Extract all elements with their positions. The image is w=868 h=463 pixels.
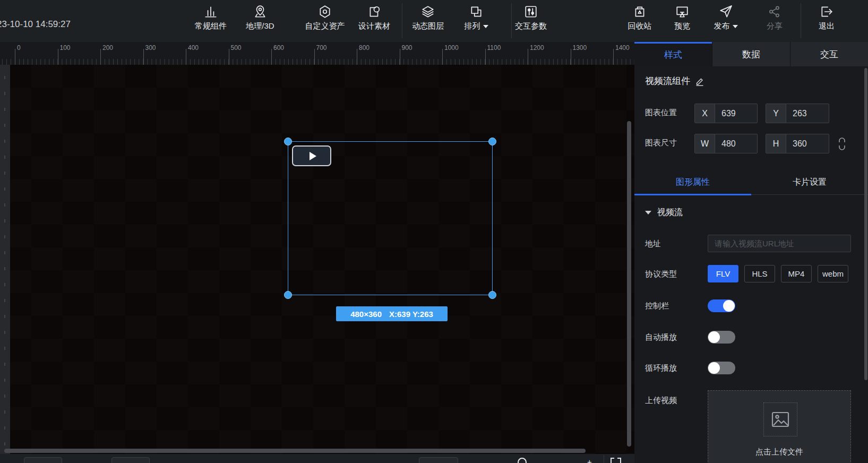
upload-hint-text: 点击上传文件 bbox=[708, 447, 850, 457]
toolbar-divider bbox=[801, 3, 801, 38]
ruler-major-tick bbox=[58, 49, 58, 65]
rename-pencil-icon[interactable] bbox=[695, 76, 704, 86]
toolbar-item-sliders[interactable]: 交互参数 bbox=[505, 4, 556, 37]
top-toolbar: 23-10-10 14:59:27 常规组件地理/3D自定义资产设计素材动态图层… bbox=[0, 0, 868, 42]
ruler-tick-label: 500 bbox=[231, 44, 242, 52]
size-h-input-group: H 360 bbox=[766, 134, 829, 153]
toggle-switch-control-bar[interactable] bbox=[708, 299, 735, 312]
size-w-input-group: W 480 bbox=[694, 134, 758, 153]
ruler-major-tick bbox=[186, 49, 186, 65]
sliders-icon bbox=[523, 4, 538, 19]
panel-tab-interaction[interactable]: 交互 bbox=[790, 42, 868, 66]
h-value-input[interactable]: 360 bbox=[786, 134, 829, 153]
bottom-bar-button[interactable] bbox=[111, 457, 150, 463]
bottom-bar-divider bbox=[604, 455, 604, 463]
panel-scrollbar[interactable] bbox=[864, 68, 867, 380]
toggle-switch-autoplay[interactable] bbox=[708, 331, 735, 344]
toolbar-item-label: 动态图层 bbox=[412, 21, 444, 31]
video-play-button[interactable] bbox=[292, 145, 331, 166]
position-x-input-group: X 639 bbox=[694, 104, 758, 123]
ruler-tick-label: 200 bbox=[102, 44, 113, 52]
ruler-tick-label: 600 bbox=[273, 44, 284, 52]
play-icon bbox=[310, 152, 316, 160]
component-title: 视频流组件 bbox=[645, 75, 690, 87]
ruler-major-tick bbox=[100, 49, 101, 65]
resize-handle-top-right[interactable] bbox=[488, 138, 496, 145]
ruler-major-tick bbox=[528, 49, 528, 65]
protocol-button-flv[interactable]: FLV bbox=[708, 265, 738, 282]
subtab-card-settings[interactable]: 卡片设置 bbox=[751, 170, 868, 194]
zoom-indicator-icon[interactable] bbox=[518, 458, 527, 463]
protocol-button-webm[interactable]: webm bbox=[818, 265, 848, 282]
panel-tab-data[interactable]: 数据 bbox=[712, 42, 790, 66]
settings-panel: 样式数据交互 视频流组件 图表位置 X 639 Y 263 图表尺寸 W 480 bbox=[634, 42, 868, 463]
section-title: 视频流 bbox=[657, 207, 683, 218]
selection-position-label: X:639 Y:263 bbox=[389, 310, 433, 319]
ruler-major-tick bbox=[143, 49, 144, 65]
ruler-tick-label: 1300 bbox=[573, 44, 587, 52]
address-label: 地址 bbox=[645, 239, 661, 249]
bottom-bar-button[interactable] bbox=[419, 457, 458, 463]
toolbar-item-label: 设计素材 bbox=[358, 21, 390, 31]
toolbar-item-label: 自定义资产 bbox=[305, 21, 345, 31]
toolbar-item-bar-chart[interactable]: 常规组件 bbox=[185, 4, 236, 37]
x-value-input[interactable]: 639 bbox=[715, 104, 757, 123]
preview-icon bbox=[675, 4, 690, 19]
protocol-button-group: FLVHLSMP4webm bbox=[708, 265, 848, 282]
map-pin-icon bbox=[253, 4, 268, 19]
fit-screen-icon[interactable] bbox=[611, 458, 621, 463]
ruler-tick-label: 900 bbox=[402, 44, 412, 52]
toolbar-item-design-material[interactable]: 设计素材 bbox=[349, 4, 400, 37]
zoom-in-icon[interactable]: + bbox=[587, 459, 594, 463]
y-value-input[interactable]: 263 bbox=[786, 104, 829, 123]
protocol-button-mp4[interactable]: MP4 bbox=[781, 265, 812, 282]
subtab-graphic-properties[interactable]: 图形属性 bbox=[634, 170, 751, 194]
ruler-major-tick bbox=[485, 49, 486, 65]
stream-url-input[interactable] bbox=[708, 235, 851, 252]
toolbar-item-label: 交互参数 bbox=[515, 21, 547, 31]
toolbar-item-arrange[interactable]: 排列 bbox=[451, 4, 502, 37]
hexagon-asset-icon bbox=[317, 4, 332, 19]
upload-image-frame bbox=[763, 402, 797, 436]
x-prefix-label: X bbox=[695, 104, 715, 123]
protocol-button-hls[interactable]: HLS bbox=[744, 265, 775, 282]
design-material-icon bbox=[367, 4, 382, 19]
toolbar-item-label: 回收站 bbox=[628, 21, 652, 31]
resize-handle-bottom-left[interactable] bbox=[284, 291, 292, 299]
toolbar-item-label: 退出 bbox=[819, 21, 835, 31]
ruler-major-tick bbox=[613, 49, 614, 65]
bottom-bar-button[interactable] bbox=[24, 457, 62, 463]
toolbar-item-share[interactable]: 分享 bbox=[749, 4, 800, 37]
bottom-status-bar: + bbox=[0, 454, 634, 463]
collapse-triangle-icon bbox=[645, 211, 651, 215]
toolbar-item-exit[interactable]: 退出 bbox=[801, 4, 852, 37]
w-value-input[interactable]: 480 bbox=[715, 134, 757, 153]
canvas-horizontal-scrollbar[interactable] bbox=[4, 449, 586, 453]
ruler-tick-label: 1200 bbox=[530, 44, 544, 52]
ruler-minor-ticks bbox=[0, 59, 634, 65]
panel-tab-style[interactable]: 样式 bbox=[634, 42, 712, 66]
resize-handle-bottom-right[interactable] bbox=[488, 291, 496, 299]
size-row-label: 图表尺寸 bbox=[645, 138, 677, 148]
upload-dropzone[interactable]: 点击上传文件 bbox=[708, 390, 851, 463]
canvas-vertical-scrollbar[interactable] bbox=[627, 121, 631, 447]
ruler-tick-label: 1100 bbox=[487, 44, 501, 52]
toolbar-item-hexagon-asset[interactable]: 自定义资产 bbox=[299, 4, 350, 37]
toolbar-item-map-pin[interactable]: 地理/3D bbox=[235, 4, 286, 37]
protocol-label: 协议类型 bbox=[645, 269, 677, 279]
ruler-tick-label: 1000 bbox=[444, 44, 459, 52]
h-prefix-label: H bbox=[766, 134, 786, 153]
video-stream-section-header[interactable]: 视频流 bbox=[645, 207, 683, 218]
toggle-label: 自动播放 bbox=[645, 332, 677, 342]
trash-icon bbox=[632, 4, 647, 19]
ruler-tick-label: 300 bbox=[145, 44, 156, 52]
toolbar-item-publish[interactable]: 发布 bbox=[700, 4, 751, 37]
dropdown-caret-icon bbox=[733, 25, 738, 28]
aspect-ratio-link-icon[interactable] bbox=[837, 137, 847, 151]
ruler-tick-label: 800 bbox=[359, 44, 369, 52]
resize-handle-top-left[interactable] bbox=[284, 138, 292, 145]
toolbar-divider bbox=[511, 3, 512, 38]
toolbar-item-layers[interactable]: 动态图层 bbox=[402, 4, 453, 37]
y-prefix-label: Y bbox=[766, 104, 786, 123]
toggle-switch-loop[interactable] bbox=[708, 362, 735, 374]
